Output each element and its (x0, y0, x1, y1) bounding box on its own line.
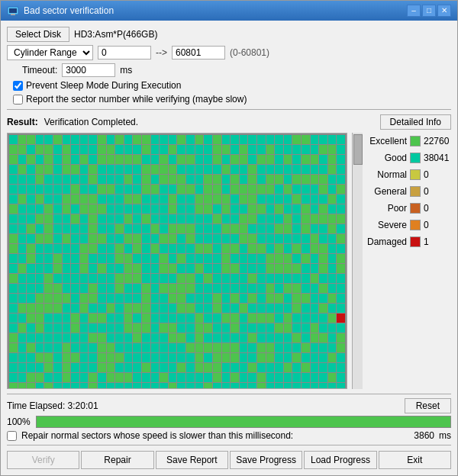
grid-cell (248, 333, 256, 343)
grid-cell (53, 304, 62, 313)
grid-cell (169, 284, 177, 293)
grid-cell (27, 204, 35, 214)
grid-cell (9, 323, 18, 333)
grid-cell (80, 214, 89, 224)
grid-cell (71, 274, 79, 283)
grid-cell (124, 234, 133, 243)
report-sector-label[interactable]: Report the sector number while verifying… (26, 94, 247, 105)
grid-cell (240, 175, 248, 184)
grid-cell (248, 343, 256, 352)
grid-cell (160, 165, 168, 174)
grid-cell (186, 274, 195, 283)
grid-cell (142, 383, 150, 389)
reset-button[interactable]: Reset (405, 398, 451, 413)
grid-cell (36, 244, 44, 253)
grid-cell (98, 343, 106, 352)
grid-cell (18, 155, 27, 164)
grid-cell (89, 254, 97, 263)
minimize-button[interactable]: – (407, 5, 421, 17)
grid-cell (311, 195, 319, 204)
grid-cell (98, 363, 106, 372)
title-bar-left: Bad sector verification (7, 5, 114, 17)
prevent-sleep-checkbox[interactable] (13, 81, 23, 91)
grid-cell (222, 373, 231, 382)
grid-cell (142, 135, 150, 144)
grid-cell (319, 165, 327, 174)
grid-cell (9, 254, 18, 263)
verify-button[interactable]: Verify (7, 451, 79, 469)
grid-cell (151, 145, 160, 154)
cylinder-start-input[interactable] (98, 46, 151, 60)
close-button[interactable]: ✕ (437, 5, 451, 17)
grid-cell (319, 314, 327, 323)
grid-cell (133, 264, 141, 273)
grid-cell (204, 195, 212, 204)
grid-cell (275, 165, 283, 174)
grid-cell (328, 214, 337, 224)
select-disk-button[interactable]: Select Disk (7, 27, 69, 42)
grid-cell (107, 175, 115, 184)
detailed-info-button[interactable]: Detailed Info (380, 114, 451, 130)
grid-cell (292, 224, 301, 233)
grid-cell (284, 333, 292, 343)
grid-cell (169, 244, 177, 253)
grid-cell (169, 165, 177, 174)
grid-cell (284, 165, 292, 174)
grid-cell (186, 224, 195, 233)
load-progress-button[interactable]: Load Progress (304, 451, 376, 469)
report-sector-checkbox[interactable] (13, 95, 23, 105)
grid-cell (80, 304, 89, 313)
grid-cell (302, 373, 310, 382)
grid-cell (80, 353, 89, 362)
grid-cell (53, 274, 62, 283)
grid-cell (18, 353, 27, 362)
maximize-button[interactable]: □ (422, 5, 436, 17)
grid-cell (9, 284, 18, 293)
grid-cell (133, 214, 141, 224)
grid-cell (328, 274, 337, 283)
grid-cell (18, 363, 27, 372)
grid-cell (107, 135, 115, 144)
repair-checkbox[interactable] (7, 431, 17, 441)
grid-cell (284, 294, 292, 303)
grid-cell (231, 353, 239, 362)
save-progress-button[interactable]: Save Progress (230, 451, 302, 469)
repair-button[interactable]: Repair (81, 451, 153, 469)
legend-color-swatch (410, 136, 421, 146)
exit-button[interactable]: Exit (379, 451, 451, 469)
timeout-input[interactable] (62, 63, 115, 77)
grid-cell (53, 244, 62, 253)
legend-item: Damaged 1 (367, 236, 451, 247)
legend-count: 1 (424, 236, 451, 247)
scrollbar[interactable] (352, 133, 363, 389)
grid-cell (337, 185, 345, 194)
grid-cell (195, 353, 204, 362)
grid-cell (319, 145, 327, 154)
grid-cell (222, 333, 231, 343)
repair-label[interactable]: Repair normal sectors whose speed is slo… (21, 430, 409, 441)
divider-1 (7, 109, 451, 110)
grid-cell (302, 145, 310, 154)
save-report-button[interactable]: Save Report (156, 451, 228, 469)
grid-cell (142, 185, 150, 194)
grid-cell (195, 224, 204, 233)
legend-label: Normal (377, 169, 407, 180)
scrollbar-thumb[interactable] (353, 134, 363, 165)
grid-cell (98, 333, 106, 343)
grid-cell (195, 244, 204, 253)
grid-cell (213, 195, 221, 204)
cylinder-range-select[interactable]: Cylinder Range (7, 45, 93, 60)
grid-cell (319, 204, 327, 214)
grid-cell (107, 304, 115, 313)
grid-cell (302, 294, 310, 303)
grid-cell (133, 244, 141, 253)
grid-cell (151, 323, 160, 333)
grid-cell (169, 274, 177, 283)
grid-cell (71, 284, 79, 293)
prevent-sleep-label[interactable]: Prevent Sleep Mode During Execution (26, 80, 181, 91)
cylinder-end-input[interactable] (172, 46, 225, 60)
grid-cell (319, 244, 327, 253)
grid-cell (177, 294, 185, 303)
grid-cell (63, 333, 71, 343)
grid-cell (71, 224, 79, 233)
